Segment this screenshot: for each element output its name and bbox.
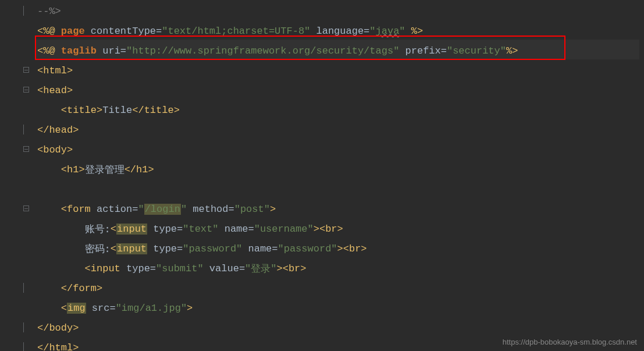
fold-end-icon — [23, 8, 30, 15]
fold-minus-icon[interactable] — [23, 205, 30, 212]
code-editor[interactable]: --%> <%@ page contentType="text/html;cha… — [0, 0, 644, 351]
code-token: " — [331, 243, 337, 254]
code-token: text/html;charset=UTF-8 — [168, 26, 304, 37]
code-line[interactable]: </body> — [35, 318, 644, 338]
code-token: /login — [144, 204, 181, 215]
code-token: </title> — [132, 105, 180, 116]
code-token: " — [234, 204, 240, 215]
code-line[interactable] — [35, 179, 644, 199]
code-token: <body> — [37, 144, 73, 155]
code-token: submit — [162, 263, 197, 274]
gutter-row — [0, 21, 35, 41]
code-token: </head> — [37, 125, 79, 136]
code-token: " — [245, 263, 251, 274]
gutter-row — [0, 278, 35, 298]
code-token: " — [162, 26, 168, 37]
gutter-row — [0, 258, 35, 278]
code-line[interactable]: <img src="img/a1.jpg"> — [35, 298, 644, 318]
code-line[interactable]: <input type="submit" value="登录"><br> — [35, 258, 644, 278]
code-token: <form — [37, 204, 91, 215]
code-token: password — [188, 243, 236, 254]
code-token: " — [181, 303, 187, 314]
code-line[interactable]: <form action="/login" method="post"> — [35, 199, 644, 219]
code-token: type= — [147, 243, 183, 254]
code-token: 账号: — [37, 222, 111, 236]
code-line[interactable]: <title>Title</title> — [35, 100, 644, 120]
code-token: uri= — [97, 45, 126, 56]
code-line[interactable]: <head> — [35, 80, 644, 100]
fold-end-icon — [23, 126, 30, 133]
fold-minus-icon[interactable] — [23, 87, 30, 94]
code-token: http://www.springframework.org/security/… — [132, 45, 393, 56]
code-token: " — [254, 224, 260, 235]
code-line[interactable]: 账号:<input type="text" name="username"><b… — [35, 219, 644, 239]
code-token: <h1> — [37, 164, 85, 175]
code-token: <head> — [37, 85, 73, 96]
code-token: < — [111, 243, 116, 254]
code-token: </form> — [37, 283, 102, 294]
code-token: " — [278, 243, 284, 254]
code-area[interactable]: --%> <%@ page contentType="text/html;cha… — [35, 0, 644, 351]
code-token: " — [369, 26, 375, 37]
code-token: </body> — [37, 322, 79, 334]
code-token: " — [126, 45, 132, 56]
code-token: " — [271, 263, 276, 274]
code-token: input — [116, 224, 147, 235]
code-token: img/a1.jpg — [122, 303, 181, 314]
code-token: img — [67, 303, 86, 314]
code-line[interactable]: <%@ page contentType="text/html;charset=… — [35, 21, 644, 41]
code-line[interactable]: --%> — [35, 1, 644, 21]
watermark: https://dpb-bobokaoya-sm.blog.csdn.net — [503, 338, 637, 346]
code-token: " — [138, 204, 144, 215]
code-token: > — [270, 204, 276, 215]
fold-minus-icon[interactable] — [23, 146, 30, 153]
code-token: value= — [204, 263, 245, 274]
code-token: page — [61, 26, 85, 37]
code-token: %> — [405, 26, 424, 37]
code-token: " — [156, 263, 162, 274]
code-line[interactable]: 密码:<input type="password" name="password… — [35, 239, 644, 258]
code-token: taglib — [61, 45, 97, 56]
code-token: " — [500, 45, 506, 56]
code-token: type= — [120, 263, 156, 274]
code-token: action= — [91, 204, 138, 215]
code-token: <html> — [37, 65, 73, 76]
code-token: " — [183, 224, 188, 235]
code-token: " — [393, 45, 399, 56]
code-token: " — [212, 224, 218, 235]
code-token: " — [308, 224, 314, 235]
code-token: <title> — [37, 105, 102, 116]
code-token: contentType= — [85, 26, 162, 37]
code-token: name= — [218, 224, 254, 235]
code-token: --%> — [37, 6, 61, 17]
code-token: ><br> — [337, 243, 367, 254]
gutter-row — [0, 219, 35, 239]
gutter-row — [0, 100, 35, 120]
code-token: " — [236, 243, 242, 254]
code-line[interactable]: </head> — [35, 120, 644, 140]
code-token: <%@ — [37, 45, 61, 56]
gutter-row — [0, 199, 35, 219]
gutter-row — [0, 239, 35, 258]
code-token: </html> — [37, 342, 79, 352]
code-token: < — [111, 224, 116, 235]
fold-minus-icon[interactable] — [23, 67, 30, 74]
code-token: ><br> — [277, 263, 307, 274]
gutter-row — [0, 41, 35, 61]
code-line[interactable]: <html> — [35, 61, 644, 80]
code-token: input — [116, 243, 147, 254]
code-token: ><br> — [314, 224, 343, 235]
code-line[interactable]: <body> — [35, 140, 644, 159]
gutter — [0, 0, 35, 351]
code-token: </h1> — [124, 164, 154, 175]
code-token: post — [240, 204, 264, 215]
code-line[interactable]: <h1>登录管理</h1> — [35, 159, 644, 179]
code-line[interactable]: </form> — [35, 278, 644, 298]
code-token: " — [197, 263, 203, 274]
code-token: " — [447, 45, 453, 56]
code-token: > — [187, 303, 193, 314]
fold-end-icon — [23, 324, 30, 331]
code-token: username — [260, 224, 308, 235]
code-token: " — [183, 243, 188, 254]
code-token: src= — [86, 303, 116, 314]
